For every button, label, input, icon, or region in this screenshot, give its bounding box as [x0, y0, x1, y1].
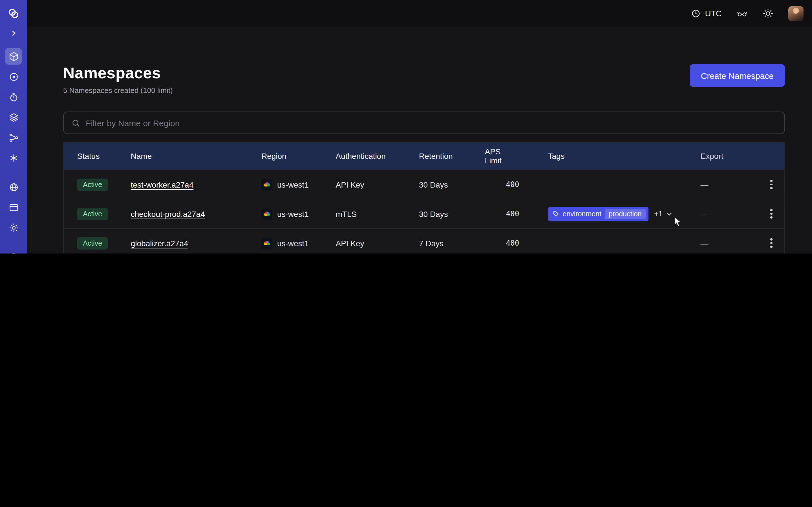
region-label: us-west1 — [277, 209, 309, 218]
gcp-icon — [261, 237, 273, 249]
column-header-retention: Retention — [419, 152, 485, 161]
timezone-label: UTC — [705, 9, 722, 18]
gcp-icon — [261, 179, 273, 190]
column-header-export: Export — [701, 152, 759, 161]
asterisk-icon — [8, 152, 19, 163]
status-badge: Active — [77, 178, 108, 191]
region-label: us-west1 — [277, 238, 309, 247]
column-header-name: Name — [131, 152, 261, 161]
glasses-icon — [737, 8, 748, 19]
app-window: 2.35.1 UTC — [0, 0, 812, 253]
filter-input[interactable] — [86, 118, 777, 128]
sun-icon — [762, 8, 774, 19]
gcp-icon — [261, 208, 273, 219]
sidebar-expand-button[interactable] — [8, 28, 18, 38]
sidebar-item-deployments[interactable] — [5, 109, 22, 126]
retention-label: 30 Days — [419, 209, 485, 218]
more-tags-button[interactable]: +1 — [654, 210, 673, 218]
temporal-logo-icon — [7, 7, 20, 20]
table-row: Active checkout-prod.a27a4 us-west1 mTLS… — [64, 199, 784, 228]
life-buoy-icon — [8, 251, 19, 253]
namespaces-table: Status Name Region Authentication Retent… — [63, 142, 785, 253]
chevron-right-icon — [8, 28, 18, 38]
column-header-status: Status — [64, 152, 131, 161]
main-column: UTC — [27, 0, 812, 253]
sidebar-item-namespaces[interactable] — [5, 48, 22, 65]
row-menu-button[interactable] — [768, 207, 775, 221]
namespace-link[interactable]: test-worker.a27a4 — [131, 180, 194, 189]
export-value: — — [701, 180, 759, 189]
namespace-link[interactable]: globalizer.a27a4 — [131, 238, 188, 247]
sidebar-item-schedules[interactable] — [5, 89, 22, 105]
sidebar-item-settings[interactable] — [5, 219, 22, 236]
search-icon — [71, 118, 81, 128]
sidebar: 2.35.1 — [0, 0, 27, 253]
sidebar-item-support[interactable] — [5, 248, 22, 253]
tag-icon — [552, 210, 559, 217]
column-header-aps: APS Limit — [485, 147, 548, 165]
column-header-tags: Tags — [548, 152, 700, 161]
status-badge: Active — [77, 237, 108, 249]
chevron-down-icon — [666, 210, 673, 218]
page-subtitle: 5 Namespaces created (100 limit) — [63, 86, 173, 95]
theme-toggle-button[interactable] — [762, 8, 774, 19]
user-avatar[interactable] — [788, 6, 804, 21]
more-tags-count: +1 — [654, 210, 663, 218]
row-menu-button[interactable] — [768, 177, 775, 192]
page-title-block: Namespaces 5 Namespaces created (100 lim… — [63, 64, 173, 95]
sidebar-item-regions[interactable] — [5, 179, 22, 195]
globe-icon — [8, 182, 19, 192]
sidebar-item-workflows[interactable] — [5, 129, 22, 146]
panel-icon — [8, 202, 19, 213]
sidebar-item-monitor[interactable] — [5, 68, 22, 85]
timezone-button[interactable]: UTC — [691, 8, 722, 18]
create-namespace-button[interactable]: Create Namespace — [690, 64, 785, 87]
circle-dot-icon — [8, 71, 19, 82]
column-header-region: Region — [261, 152, 336, 161]
namespace-link[interactable]: checkout-prod.a27a4 — [131, 209, 205, 218]
docs-button[interactable] — [737, 8, 748, 19]
sidebar-item-nexus[interactable] — [5, 199, 22, 216]
layers-icon — [8, 112, 19, 122]
auth-label: API Key — [336, 180, 419, 189]
table-header-row: Status Name Region Authentication Retent… — [64, 143, 784, 170]
table-row: Active globalizer.a27a4 us-west1 API Key… — [64, 228, 784, 253]
aps-limit-value: 400 — [485, 180, 548, 189]
tag-key: environment — [562, 210, 601, 218]
export-value: — — [701, 238, 759, 247]
retention-label: 30 Days — [419, 180, 485, 189]
tags-cell: environment production +1 — [548, 207, 700, 221]
auth-label: mTLS — [336, 209, 419, 218]
page-title: Namespaces — [63, 64, 173, 82]
timer-icon — [8, 92, 19, 102]
filter-bar — [63, 112, 785, 134]
row-menu-button[interactable] — [768, 236, 775, 250]
gear-icon — [8, 222, 19, 233]
branch-icon — [8, 132, 19, 143]
table-row: Active test-worker.a27a4 us-west1 API Ke… — [64, 170, 784, 199]
region-label: us-west1 — [277, 180, 309, 189]
cube-icon — [8, 51, 19, 62]
aps-limit-value: 400 — [485, 239, 548, 247]
page-header: Namespaces 5 Namespaces created (100 lim… — [63, 64, 785, 95]
status-badge: Active — [77, 208, 108, 220]
tag-value: production — [605, 209, 646, 219]
auth-label: API Key — [336, 238, 419, 247]
retention-label: 7 Days — [419, 238, 485, 247]
tag-chip[interactable]: environment production — [548, 207, 648, 221]
clock-icon — [691, 8, 701, 18]
aps-limit-value: 400 — [485, 210, 548, 218]
sidebar-nav — [5, 48, 22, 253]
export-value: — — [701, 209, 759, 218]
sidebar-item-batch[interactable] — [5, 149, 22, 166]
column-header-auth: Authentication — [336, 152, 419, 161]
page-content: Namespaces 5 Namespaces created (100 lim… — [27, 27, 812, 253]
topbar: UTC — [27, 0, 812, 27]
